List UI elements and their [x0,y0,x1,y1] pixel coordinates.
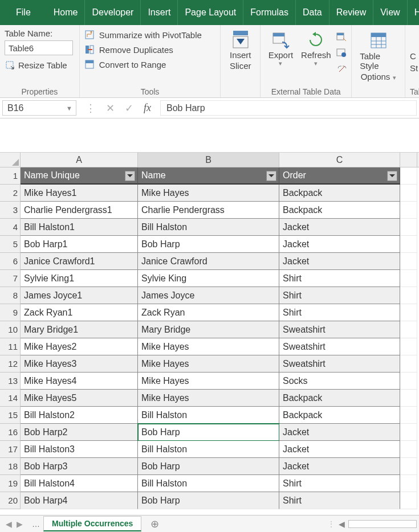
cell-empty[interactable] [400,407,417,424]
cell-A14[interactable]: Mike Hayes5 [21,390,138,407]
cell-C20[interactable]: Shirt [279,492,400,509]
cell-A19[interactable]: Bill Halston4 [21,475,138,492]
row-header-18[interactable]: 18 [0,458,21,475]
cell-B7[interactable]: Sylvie King [138,270,279,287]
cell-C10[interactable]: Sweatshirt [279,321,400,338]
cell-B13[interactable]: Mike Hayes [138,373,279,390]
cell-C2[interactable]: Backpack [279,185,400,202]
col-header-A[interactable]: A [21,153,138,167]
cell-B20[interactable]: Bob Harp [138,492,279,509]
table-header-B[interactable]: Name [138,167,279,185]
cell-B10[interactable]: Mary Bridge [138,321,279,338]
cell-empty[interactable] [400,270,417,287]
cell-empty[interactable] [400,373,417,390]
cell-empty[interactable] [400,390,417,407]
properties-mini-icon[interactable] [336,32,347,44]
cell-C6[interactable]: Jacket [279,253,400,270]
cell-A4[interactable]: Bill Halston1 [21,219,138,236]
hscroll-left-icon[interactable]: ◀ [339,519,345,529]
name-box[interactable]: B16 ▼ [2,100,76,116]
row-header-17[interactable]: 17 [0,441,21,458]
cell-empty[interactable] [400,492,417,509]
table-header-A[interactable]: Name Unique [21,167,138,185]
cell-B16[interactable]: Bob Harp [138,424,279,441]
resize-table-button[interactable]: Resize Table [5,60,75,70]
cell-empty[interactable] [400,219,417,236]
cell-C7[interactable]: Shirt [279,270,400,287]
cell-C14[interactable]: Backpack [279,390,400,407]
cell-empty[interactable] [400,355,417,373]
cell-C13[interactable]: Socks [279,373,400,390]
row-header-14[interactable]: 14 [0,390,21,407]
cell-B14[interactable]: Mike Hayes [138,390,279,407]
sheet-nav-next-icon[interactable]: ▶ [17,519,23,529]
cell-C5[interactable]: Jacket [279,236,400,253]
cell-B3[interactable]: Charlie Pendergrass [138,202,279,219]
cell-B11[interactable]: Mike Hayes [138,338,279,355]
tab-file[interactable]: File [0,0,47,25]
cell-B5[interactable]: Bob Harp [138,236,279,253]
hscroll-track[interactable] [348,520,417,528]
row-header-6[interactable]: 6 [0,253,21,270]
tab-view[interactable]: View [373,0,407,25]
tab-insert[interactable]: Insert [141,0,178,25]
row-header-4[interactable]: 4 [0,219,21,236]
col-header-B[interactable]: B [138,153,279,167]
convert-range-button[interactable]: Convert to Range [84,59,216,69]
cell-C9[interactable]: Shirt [279,304,400,321]
cell-A15[interactable]: Bill Halston2 [21,407,138,424]
enter-icon[interactable]: ✓ [125,102,133,114]
cell-B4[interactable]: Bill Halston [138,219,279,236]
unlink-icon[interactable] [336,64,347,76]
sheet-tab-active[interactable]: Multiple Occurrences [43,516,141,531]
row-header-15[interactable]: 15 [0,407,21,424]
col-header-D[interactable] [400,153,417,167]
sheet-overflow-icon[interactable]: … [29,519,43,529]
tab-help[interactable]: Help [408,0,419,25]
row-header-3[interactable]: 3 [0,202,21,219]
cell-C11[interactable]: Sweatshirt [279,338,400,355]
table-name-input[interactable] [5,40,73,55]
cell-empty[interactable] [400,321,417,338]
cell-A10[interactable]: Mary Bridge1 [21,321,138,338]
cell-B17[interactable]: Bill Halston [138,441,279,458]
cell-B18[interactable]: Bob Harp [138,458,279,475]
row-header-8[interactable]: 8 [0,287,21,304]
tab-home[interactable]: Home [47,0,86,25]
cell-A16[interactable]: Bob Harp2 [21,424,138,441]
tab-page-layout[interactable]: Page Layout [178,0,243,25]
cell-empty[interactable] [400,304,417,321]
cell-empty[interactable] [400,236,417,253]
table-style-options-button[interactable]: Table Style Options ▾ [356,28,400,84]
cell-C16[interactable]: Jacket [279,424,400,441]
cell-C17[interactable]: Jacket [279,441,400,458]
cell-empty[interactable] [400,253,417,270]
cell-A13[interactable]: Mike Hayes4 [21,373,138,390]
cell-empty[interactable] [400,338,417,355]
open-browser-icon[interactable] [336,48,347,60]
cell-A3[interactable]: Charlie Pendergrass1 [21,202,138,219]
cell-empty[interactable] [400,458,417,475]
cell-B2[interactable]: Mike Hayes [138,185,279,202]
spreadsheet-grid[interactable]: A B C 1Name UniqueNameOrder2Mike Hayes1M… [0,153,419,509]
table-header-C[interactable]: Order [279,167,400,185]
tab-developer[interactable]: Developer [85,0,141,25]
cell-empty[interactable] [400,167,417,185]
name-box-dropdown-icon[interactable]: ▼ [66,105,72,112]
cell-A12[interactable]: Mike Hayes3 [21,355,138,373]
cell-A11[interactable]: Mike Hayes2 [21,338,138,355]
cell-C19[interactable]: Shirt [279,475,400,492]
cell-B19[interactable]: Bill Halston [138,475,279,492]
remove-duplicates-button[interactable]: Remove Duplicates [84,44,216,55]
export-button[interactable]: Export ▾ [265,28,296,76]
cell-empty[interactable] [400,287,417,304]
sheet-nav-prev-icon[interactable]: ◀ [6,519,12,529]
cell-C12[interactable]: Sweatshirt [279,355,400,373]
cell-empty[interactable] [400,441,417,458]
row-header-1[interactable]: 1 [0,167,21,185]
cell-A20[interactable]: Bob Harp4 [21,492,138,509]
cell-empty[interactable] [400,202,417,219]
row-header-11[interactable]: 11 [0,338,21,355]
filter-button-B[interactable] [266,171,276,181]
row-header-20[interactable]: 20 [0,492,21,509]
